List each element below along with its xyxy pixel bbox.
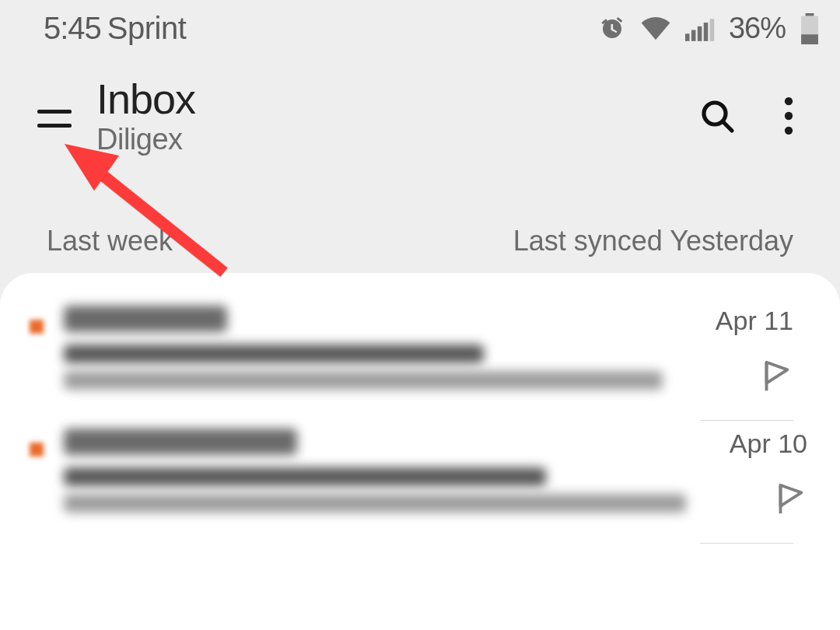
message-meta: Apr 11 (692, 306, 793, 394)
svg-rect-7 (801, 34, 818, 44)
svg-rect-0 (685, 33, 690, 41)
page-title: Inbox (96, 77, 697, 121)
search-icon[interactable] (697, 96, 737, 136)
message-preview (64, 429, 686, 520)
flag-icon[interactable] (772, 481, 807, 516)
message-list-card: Apr 11 Apr 10 (0, 273, 840, 630)
title-column: Inbox Diligex (96, 77, 697, 156)
status-right: 36% (598, 12, 820, 45)
svg-rect-5 (806, 13, 814, 16)
wifi-icon (640, 16, 671, 42)
signal-icon (685, 16, 715, 41)
last-synced-label: Last synced Yesterday (513, 225, 793, 257)
app-bar-actions (697, 96, 809, 136)
svg-line-9 (723, 122, 732, 131)
svg-point-10 (785, 97, 793, 105)
hamburger-menu-icon[interactable] (37, 99, 76, 138)
svg-rect-1 (691, 30, 696, 40)
svg-point-12 (785, 127, 793, 135)
status-bar: 5:45 Sprint 36% (0, 0, 840, 52)
more-icon[interactable] (768, 96, 809, 136)
message-date: Apr 10 (730, 429, 807, 459)
svg-rect-2 (698, 26, 702, 40)
svg-point-11 (785, 112, 793, 120)
battery-icon (800, 13, 820, 44)
flag-icon[interactable] (758, 358, 793, 394)
battery-percentage: 36% (729, 12, 786, 45)
status-carrier: Sprint (107, 11, 187, 46)
divider (700, 543, 793, 544)
section-label: Last week (47, 225, 173, 257)
alarm-icon (598, 15, 626, 43)
message-date: Apr 11 (716, 306, 793, 336)
account-name: Diligex (96, 123, 697, 156)
app-bar: Inbox Diligex (0, 52, 840, 156)
message-preview (64, 306, 672, 397)
status-left: 5:45 Sprint (44, 11, 186, 46)
list-item[interactable]: Apr 10 (0, 421, 840, 544)
svg-rect-3 (704, 23, 709, 41)
status-time: 5:45 (44, 11, 101, 46)
svg-rect-4 (710, 19, 715, 41)
unread-indicator-icon (30, 443, 44, 457)
list-item[interactable]: Apr 11 (0, 298, 840, 421)
unread-indicator-icon (30, 320, 44, 334)
section-header-row: Last week Last synced Yesterday (0, 225, 840, 257)
message-meta: Apr 10 (706, 429, 807, 516)
